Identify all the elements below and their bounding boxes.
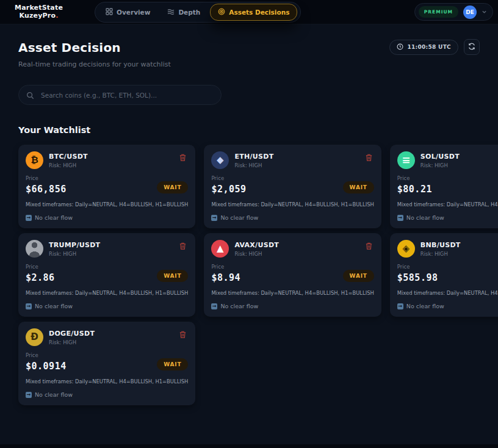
flow-arrow-icon: → bbox=[397, 215, 403, 221]
flow-text: No clear flow bbox=[220, 214, 258, 221]
timeframes-text: Mixed timeframes: Daily=NEUTRAL, H4=BULL… bbox=[26, 290, 188, 296]
decision-badge: WAIT bbox=[157, 358, 188, 370]
timeframes-text: Mixed timeframes: Daily=NEUTRAL, H4=BULL… bbox=[397, 290, 498, 296]
delete-icon[interactable] bbox=[364, 240, 374, 253]
tab-depth-label: Depth bbox=[178, 9, 200, 16]
flow-text: No clear flow bbox=[35, 303, 73, 309]
flow-arrow-icon: → bbox=[26, 392, 32, 398]
page-title: Asset Decision bbox=[18, 40, 171, 55]
price-value: $66,856 bbox=[26, 184, 67, 195]
watchlist-grid: ₿ BTC/USDT Risk: HIGH Price $66,856 WAIT… bbox=[18, 145, 480, 405]
page-subtitle: Real-time trading decisions for your wat… bbox=[18, 60, 171, 68]
flow-text: No clear flow bbox=[35, 391, 73, 398]
watchlist-card: TRUMP/USDT Risk: HIGH Price $2.86 WAIT M… bbox=[18, 233, 195, 317]
flow-arrow-icon: → bbox=[211, 303, 217, 309]
account-controls[interactable]: PREMIUM DE bbox=[414, 3, 493, 21]
price-value: $2,059 bbox=[211, 184, 246, 195]
pair-label: TRUMP/USDT bbox=[49, 241, 100, 249]
price-value: $0.0914 bbox=[26, 361, 67, 372]
risk-label: Risk: HIGH bbox=[420, 162, 460, 168]
search-bar bbox=[18, 85, 222, 105]
premium-badge: PREMIUM bbox=[419, 6, 458, 18]
logo-line2: KuzeyPro. bbox=[15, 12, 63, 20]
price-label: Price bbox=[211, 175, 246, 181]
price-label: Price bbox=[397, 264, 438, 270]
pair-label: BTC/USDT bbox=[49, 153, 88, 161]
grid-icon bbox=[106, 8, 113, 16]
risk-label: Risk: HIGH bbox=[49, 339, 95, 345]
risk-label: Risk: HIGH bbox=[420, 251, 461, 257]
timeframes-text: Mixed timeframes: Daily=NEUTRAL, H4=BULL… bbox=[397, 201, 498, 208]
language-toggle[interactable]: DE bbox=[463, 5, 477, 19]
sol-icon: ≡ bbox=[397, 151, 415, 169]
trump-icon bbox=[26, 240, 43, 258]
timeframes-text: Mixed timeframes: Daily=NEUTRAL, H4=BULL… bbox=[211, 201, 374, 208]
flow-arrow-icon: → bbox=[211, 215, 217, 221]
timeframes-text: Mixed timeframes: Daily=NEUTRAL, H4=BULL… bbox=[211, 290, 374, 296]
delete-icon[interactable] bbox=[178, 152, 188, 165]
tab-assets-decisions-label: Assets Decisions bbox=[229, 9, 289, 16]
clock-text: 11:00:58 UTC bbox=[407, 44, 451, 50]
tab-depth[interactable]: Depth bbox=[160, 4, 208, 20]
price-value: $8.94 bbox=[211, 272, 240, 283]
logo-dot: . bbox=[56, 12, 58, 20]
price-label: Price bbox=[211, 264, 240, 270]
decision-badge: WAIT bbox=[157, 181, 188, 193]
timeframes-text: Mixed timeframes: Daily=NEUTRAL, H4=BULL… bbox=[26, 378, 188, 385]
watchlist-card: ▲ AVAX/USDT Risk: HIGH Price $8.94 WAIT … bbox=[204, 233, 381, 317]
chevron-down-icon bbox=[482, 9, 487, 15]
flow-arrow-icon: → bbox=[397, 303, 403, 309]
search-input[interactable] bbox=[18, 85, 222, 105]
watchlist-card: ◆ ETH/USDT Risk: HIGH Price $2,059 WAIT … bbox=[204, 145, 381, 228]
pair-label: BNB/USDT bbox=[420, 241, 461, 249]
tab-overview-label: Overview bbox=[117, 9, 150, 16]
refresh-icon bbox=[468, 43, 475, 52]
risk-label: Risk: HIGH bbox=[234, 162, 273, 168]
price-value: $585.98 bbox=[397, 272, 438, 283]
target-icon bbox=[218, 8, 225, 16]
bnb-icon: ◈ bbox=[397, 240, 415, 258]
pair-label: SOL/USDT bbox=[420, 153, 460, 161]
watchlist-card: ≡ SOL/USDT Risk: HIGH Price $80.21 WAIT … bbox=[390, 145, 498, 228]
delete-icon[interactable] bbox=[364, 152, 374, 165]
watchlist-card: Đ DOGE/USDT Risk: HIGH Price $0.0914 WAI… bbox=[18, 322, 195, 405]
asset-decision-page: Asset Decision Real-time trading decisio… bbox=[0, 24, 498, 444]
search-icon bbox=[26, 90, 34, 102]
app-logo: MarketState KuzeyPro. bbox=[15, 4, 63, 20]
watchlist-card: ₿ BTC/USDT Risk: HIGH Price $66,856 WAIT… bbox=[18, 145, 195, 228]
price-value: $2.86 bbox=[26, 272, 55, 283]
doge-icon: Đ bbox=[26, 328, 43, 346]
timeframes-text: Mixed timeframes: Daily=NEUTRAL, H4=BULL… bbox=[26, 201, 188, 208]
watchlist-heading: Your Watchlist bbox=[18, 125, 480, 135]
refresh-button[interactable] bbox=[464, 39, 480, 55]
flow-text: No clear flow bbox=[406, 303, 444, 309]
decision-badge: WAIT bbox=[157, 270, 188, 282]
avax-icon: ▲ bbox=[211, 240, 229, 258]
delete-icon[interactable] bbox=[178, 329, 188, 342]
flow-text: No clear flow bbox=[35, 214, 73, 221]
price-label: Price bbox=[26, 175, 67, 181]
price-value: $80.21 bbox=[397, 184, 432, 195]
btc-icon: ₿ bbox=[26, 151, 43, 169]
flow-arrow-icon: → bbox=[26, 215, 32, 221]
clock-icon bbox=[397, 43, 403, 51]
risk-label: Risk: HIGH bbox=[234, 251, 279, 257]
risk-label: Risk: HIGH bbox=[49, 162, 88, 168]
pair-label: AVAX/USDT bbox=[234, 241, 279, 249]
delete-icon[interactable] bbox=[178, 240, 188, 253]
top-bar: MarketState KuzeyPro. Overview Depth bbox=[0, 0, 498, 24]
tab-assets-decisions[interactable]: Assets Decisions bbox=[210, 4, 297, 21]
pair-label: DOGE/USDT bbox=[49, 330, 95, 338]
pair-label: ETH/USDT bbox=[234, 153, 273, 161]
price-label: Price bbox=[26, 264, 55, 270]
decision-badge: WAIT bbox=[343, 270, 374, 282]
eth-icon: ◆ bbox=[211, 151, 229, 169]
price-label: Price bbox=[397, 175, 432, 181]
flow-text: No clear flow bbox=[220, 303, 258, 309]
flow-text: No clear flow bbox=[406, 214, 444, 221]
waves-icon bbox=[167, 8, 175, 16]
tab-overview[interactable]: Overview bbox=[98, 4, 157, 20]
decision-badge: WAIT bbox=[343, 181, 374, 193]
risk-label: Risk: HIGH bbox=[49, 251, 100, 257]
price-label: Price bbox=[26, 352, 67, 358]
